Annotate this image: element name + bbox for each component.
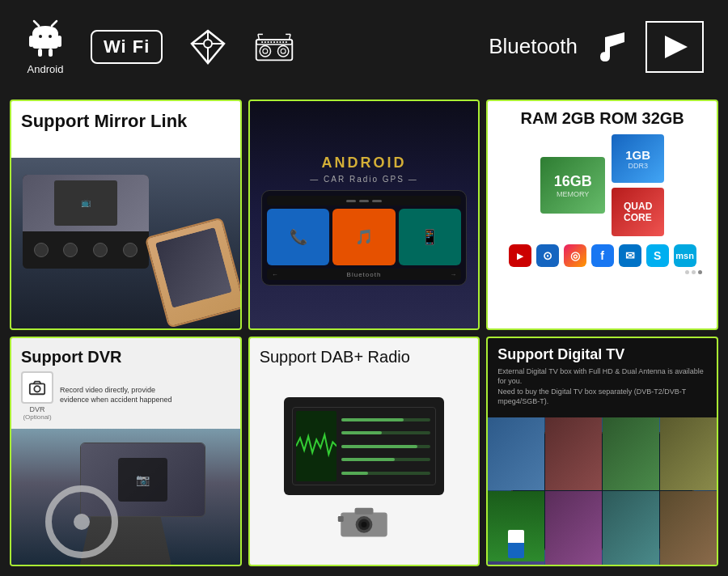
svg-point-9 [49,35,52,38]
card-mirror-link: Support Mirror Link 📺 [10,100,242,330]
pagination-dots [496,270,709,274]
dvr-sublabel: (Optional) [23,413,51,421]
svg-point-8 [39,35,42,38]
android-music-btn: 🎵 [332,209,395,265]
photo-1 [511,432,545,490]
dot-1 [685,270,689,274]
card-ram: RAM 2GB ROM 32GB 16GB MEMORY 1GB DDR3 QU… [486,100,718,330]
steering-wheel-icon [45,485,118,558]
svg-point-25 [286,40,287,42]
svg-point-19 [268,40,269,42]
svg-point-24 [282,40,284,42]
dvr-title: Support DVR [11,338,240,371]
svg-point-28 [278,45,289,56]
ddr3-chip: 1GB DDR3 [612,134,664,183]
nav-icon: ⊙ [536,244,559,267]
memory-label: MEMORY [557,190,589,198]
radio-icon [253,26,295,68]
svg-line-7 [52,21,57,26]
dvr-label: DVR [29,405,44,413]
card-digital-tv: Support Digital TV External Digital TV b… [486,337,718,567]
svg-line-13 [258,34,259,40]
quad-label: QUADCORE [624,201,652,224]
dvr-desc-2: evidence when accident happened [60,396,172,405]
svg-point-23 [280,40,281,42]
quad-core-box: QUADCORE [612,188,664,236]
ddr3-size: 1GB [625,148,650,162]
photo-7 [603,491,659,549]
svg-rect-4 [38,49,42,57]
memory-chip: 16GB MEMORY [540,157,605,214]
dab-title: Support DAB+ Radio [250,338,479,376]
svg-rect-37 [338,516,344,522]
dab-device [284,397,444,495]
android-car-title: ANDROID [310,155,417,172]
photo-5 [511,491,545,549]
android-icon-group: Android [24,18,66,75]
wifi-box: Wi Fi [91,30,163,64]
card-dvr: Support DVR DVR (Optional) Record video … [10,337,242,567]
bluetooth-section: Bluetooth [489,21,704,73]
car-dashboard-image: 📺 [11,158,240,328]
mirror-link-title: Support Mirror Link [21,111,231,132]
android-phone-btn: 📞 [267,209,329,265]
radio-icon-group [253,26,295,68]
svg-line-6 [34,21,39,26]
bluetooth-btn-label: Bluetooth [347,271,382,278]
music-note-icon [594,26,629,68]
bluetooth-label: Bluetooth [489,34,578,59]
dvr-icon-row: DVR (Optional) Record video directly, pr… [11,371,240,421]
dot-3 [698,270,702,274]
ddr3-label: DDR3 [628,162,648,170]
svg-point-10 [204,40,212,48]
svg-point-26 [260,45,271,56]
tv-screen [511,432,694,550]
skype-icon: S [646,244,669,267]
gps-icon [187,26,229,68]
wifi-icon-group: Wi Fi [91,30,163,64]
android-car-subtitle: — CAR Radio GPS — [310,175,417,184]
ram-chips: 16GB MEMORY 1GB DDR3 QUADCORE [496,134,709,236]
facebook-icon: f [591,244,614,267]
svg-point-29 [281,49,286,53]
dvr-background-image: 📷 [11,429,240,565]
dvr-desc-1: Record video directly, provide [60,386,172,396]
svg-rect-2 [29,36,33,47]
dtv-background [488,417,717,565]
dvr-camera-icon [21,371,53,404]
photo-2 [545,432,602,490]
header: Android Wi Fi [0,0,728,93]
dtv-content: Support Digital TV External Digital TV b… [488,338,717,565]
dtv-title: Support Digital TV [488,338,717,366]
svg-point-22 [277,40,278,42]
instagram-icon: ◎ [564,244,586,267]
dtv-desc: External Digital TV box with Full HD & D… [488,366,717,407]
svg-rect-5 [49,49,53,57]
dvr-content: Support DVR DVR (Optional) Record video … [11,338,240,565]
svg-point-36 [362,522,367,527]
svg-marker-30 [665,36,688,58]
svg-rect-38 [354,508,373,515]
gps-icon-group [187,26,229,68]
feature-grid: Support Mirror Link 📺 [0,93,728,576]
photo-3 [603,432,659,490]
wifi-label: Wi Fi [104,36,150,57]
svg-point-21 [273,40,275,42]
youtube-icon: ▶ [509,244,531,267]
photo-6 [545,491,602,549]
dab-waveform [296,411,336,481]
svg-point-20 [271,40,273,42]
camera-svg [28,379,46,396]
svg-point-18 [265,40,266,42]
photo-grid [511,432,694,550]
memory-size: 16GB [554,173,592,190]
music-icon [594,26,629,68]
android-call-btn: 📱 [399,209,461,265]
android-content: ANDROID — CAR Radio GPS — 📞 🎵 [250,101,479,328]
android-label: Android [28,63,64,75]
photo-8 [660,491,694,549]
svg-point-27 [263,49,268,53]
card-dab: Support DAB+ Radio [248,337,480,567]
play-icon [657,29,692,65]
svg-line-15 [290,34,290,40]
